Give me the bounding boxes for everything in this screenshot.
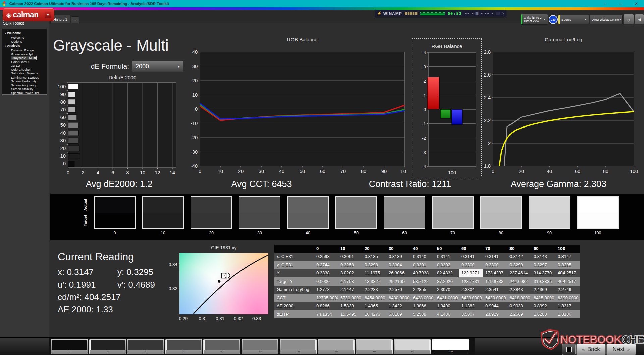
restore-icon[interactable]: □ bbox=[613, 0, 629, 7]
svg-text:10: 10 bbox=[60, 153, 66, 159]
chevron-left-icon: ◀ bbox=[638, 17, 641, 22]
patch-button-0[interactable]: 0 bbox=[51, 339, 88, 354]
sidebar-item-3d-lut[interactable]: 3D LUT bbox=[2, 64, 47, 68]
calman-menu-caret[interactable]: ▼ bbox=[45, 12, 51, 18]
winamp-control-icon[interactable]: ►► bbox=[484, 12, 490, 15]
svg-text:10: 10 bbox=[140, 170, 145, 175]
winamp-control-icon[interactable]: ▲ bbox=[491, 12, 494, 15]
patch-button-80[interactable]: 80 bbox=[356, 339, 393, 354]
sidebar-item-screen-angularity[interactable]: Screen Angularity bbox=[2, 83, 47, 87]
winamp-control-icon[interactable]: ▌▌ bbox=[476, 12, 479, 15]
sidebar-item-options[interactable]: Options bbox=[2, 40, 47, 44]
back-button[interactable]: « Back bbox=[576, 344, 606, 355]
table-cell: 0.3141 bbox=[435, 253, 459, 261]
table-column-header: 100 bbox=[555, 245, 580, 253]
patch-swatch bbox=[319, 340, 354, 350]
swatch-target bbox=[143, 213, 183, 229]
sidebar-item-grayscale-multi[interactable]: Grayscale - Multi bbox=[2, 56, 47, 60]
patch-swatch bbox=[90, 340, 125, 350]
panel-collapse-button[interactable]: ◀ bbox=[635, 14, 644, 25]
winamp-volume-slider[interactable] bbox=[405, 12, 419, 15]
patch-button-30[interactable]: 30 bbox=[165, 339, 202, 354]
svg-text:12: 12 bbox=[155, 170, 160, 175]
sidebar-item-spectral-power-dist[interactable]: Spectral Power Dist. bbox=[2, 91, 47, 95]
sidebar-item-grayscale-2pt[interactable]: Grayscale - 2pt bbox=[2, 52, 47, 56]
patch-label: 80 bbox=[356, 350, 392, 354]
patch-window-button[interactable] bbox=[562, 344, 576, 355]
grayscale-swatch-40 bbox=[287, 196, 329, 229]
table-column-header: 60 bbox=[459, 245, 483, 253]
meter-badge[interactable]: 239 bbox=[549, 15, 558, 24]
svg-text:0: 0 bbox=[423, 107, 426, 112]
current-reading-title: Current Reading bbox=[58, 251, 134, 263]
winamp-close-icon[interactable]: ✕ bbox=[502, 12, 505, 15]
svg-text:3: 3 bbox=[423, 64, 426, 69]
sidebar-section-analysis[interactable]: ▾Analysis bbox=[2, 43, 47, 48]
sidebar-item-screen-stability[interactable]: Screen Stability bbox=[2, 87, 47, 91]
svg-text:100: 100 bbox=[630, 169, 638, 174]
sidebar-item-screen-uniformity[interactable]: Screen Uniformity bbox=[2, 79, 47, 83]
winamp-toggle-icon[interactable] bbox=[496, 12, 500, 15]
sidebar-item-luminance-sweeps[interactable]: Luminance Sweeps bbox=[2, 75, 47, 80]
sidebar-item-color-gamut[interactable]: Color Gamut bbox=[2, 60, 47, 64]
winamp-control-icon[interactable]: ► bbox=[471, 12, 474, 15]
new-tab-button[interactable]: + bbox=[71, 16, 79, 23]
next-button[interactable]: Next » bbox=[606, 344, 636, 355]
swatch-target bbox=[529, 213, 570, 229]
calman-menu-button[interactable]: ◈ calman ▼ bbox=[3, 8, 54, 21]
table-row-label: Gamma Log/Log bbox=[274, 286, 314, 294]
swatch-level-label: 50 bbox=[335, 231, 377, 235]
table-cell: 2.2570 bbox=[386, 286, 411, 294]
svg-text:4: 4 bbox=[97, 170, 99, 175]
patch-button-70[interactable]: 70 bbox=[318, 339, 355, 354]
source-dropdown[interactable]: Source ▼ bbox=[558, 15, 589, 24]
sidebar-item-saturation-sweeps[interactable]: Saturation Sweeps bbox=[2, 71, 47, 75]
close-icon[interactable]: ✕ bbox=[629, 0, 644, 7]
patch-button-20[interactable]: 20 bbox=[127, 339, 164, 354]
patch-button-90[interactable]: 90 bbox=[394, 339, 431, 354]
table-cell: 404.2517 bbox=[555, 277, 580, 286]
table-cell: 0.3300 bbox=[459, 261, 483, 269]
source-label: Source bbox=[561, 18, 571, 21]
table-cell: 82.4332 bbox=[435, 269, 459, 277]
de-formula-dropdown[interactable]: 2000 ▼ bbox=[132, 61, 183, 72]
patch-button-40[interactable]: 40 bbox=[203, 339, 240, 354]
svg-text:8: 8 bbox=[126, 170, 129, 175]
stat-avg-de2000: Avg dE2000: 1.2 bbox=[64, 179, 174, 189]
patch-label: 90 bbox=[394, 350, 430, 354]
table-column-header: 80 bbox=[507, 245, 531, 253]
svg-text:2: 2 bbox=[82, 170, 84, 175]
svg-text:0: 0 bbox=[63, 161, 66, 166]
svg-text:-10: -10 bbox=[191, 121, 198, 126]
minimize-icon[interactable]: – bbox=[598, 0, 613, 7]
sidebar-item-dynamic-range[interactable]: Dynamic Range bbox=[2, 48, 47, 52]
sidebar-section-welcome[interactable]: ▾Welcome bbox=[2, 31, 47, 36]
cie-x-tick: 0.33 bbox=[249, 316, 264, 321]
winamp-transport-controls[interactable]: ◄◄►▌▌■►►▲ bbox=[464, 12, 494, 15]
table-cell: 0.3135 bbox=[362, 253, 386, 261]
patch-button-50[interactable]: 50 bbox=[241, 339, 278, 354]
meter-dropdown[interactable]: X-rite i1Pro 2Direct View ▼ bbox=[521, 14, 548, 25]
table-column-header: 20 bbox=[362, 245, 386, 253]
sidebar-item-welcome[interactable]: Welcome bbox=[2, 36, 47, 40]
cie-y-tick: 0.34 bbox=[162, 262, 177, 267]
sidebar-item-colorchecker[interactable]: ColorChecker bbox=[2, 68, 47, 72]
svg-text:40: 40 bbox=[192, 49, 198, 55]
winamp-control-icon[interactable]: ■ bbox=[481, 12, 483, 15]
svg-text:20: 20 bbox=[192, 78, 198, 83]
swatch-level-label: 90 bbox=[529, 231, 570, 235]
winamp-player[interactable]: ⚡ WINAMP 00:53 ◄◄►▌▌■►►▲ ✕ bbox=[375, 10, 506, 17]
table-row-label: x: CIE31 bbox=[274, 253, 314, 261]
winamp-control-icon[interactable]: ◄◄ bbox=[464, 12, 470, 15]
meter-line2: Direct View bbox=[524, 19, 539, 23]
table-row-label: CCT bbox=[274, 294, 314, 302]
swatch-target bbox=[95, 213, 135, 229]
settings-button[interactable]: ☼ bbox=[623, 14, 634, 25]
patch-button-100[interactable]: 100 bbox=[432, 339, 469, 354]
patch-button-10[interactable]: 10 bbox=[89, 339, 126, 354]
patch-button-60[interactable]: 60 bbox=[280, 339, 317, 354]
display-control-dropdown[interactable]: Direct Display Control ▼ bbox=[590, 15, 623, 24]
patch-label: 40 bbox=[204, 350, 240, 354]
swatch-actual bbox=[529, 197, 570, 213]
swatch-level-label: 40 bbox=[287, 231, 329, 235]
